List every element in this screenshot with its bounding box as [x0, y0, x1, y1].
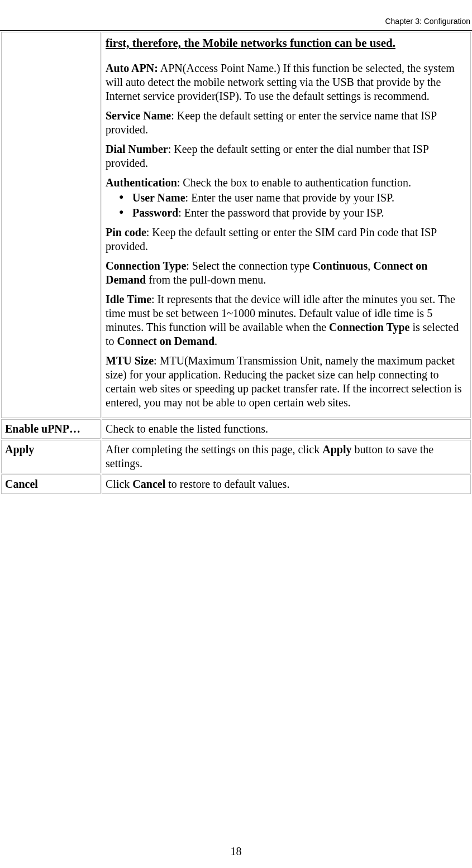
authentication-para: Authentication: Check the box to enable … [106, 176, 467, 190]
apply-desc: After completing the settings on this pa… [102, 440, 471, 473]
cancel-label: Cancel [1, 474, 101, 494]
page: Chapter 3: Configuration first, therefor… [0, 0, 472, 868]
idle-time-label: Idle Time [106, 293, 151, 305]
dial-number-para: Dial Number: Keep the default setting or… [106, 142, 467, 170]
idle-time-label2: Connection Type [329, 321, 409, 333]
config-table: first, therefore, the Mobile networks fu… [0, 31, 472, 495]
mtu-size-label: MTU Size [106, 354, 154, 367]
pin-code-text: : Keep the default setting or enter the … [106, 226, 436, 252]
user-name-label: User Name [132, 191, 185, 204]
mtu-size-text: : MTU(Maximum Transmission Unit, namely … [106, 354, 462, 409]
connection-type-sep: , [368, 260, 373, 272]
mtu-size-para: MTU Size: MTU(Maximum Transmission Unit,… [106, 354, 467, 410]
apply-label: Apply [1, 440, 101, 473]
pin-code-label: Pin code [106, 226, 146, 238]
connection-type-opt1: Continuous [312, 260, 368, 272]
pin-code-para: Pin code: Keep the default setting or en… [106, 226, 467, 253]
row1-desc-cell: first, therefore, the Mobile networks fu… [102, 32, 471, 418]
table-row: Cancel Click Cancel to restore to defaul… [1, 474, 471, 494]
connection-type-post: from the pull-down menu. [146, 274, 266, 286]
cancel-post: to restore to default values. [165, 478, 289, 490]
apply-bold: Apply [322, 443, 351, 455]
enable-upnp-label: Enable uPNP… [1, 419, 101, 439]
table-row: Apply After completing the settings on t… [1, 440, 471, 473]
authentication-text: : Check the box to enable to authenticat… [177, 176, 411, 189]
auth-bullets: User Name: Enter the user name that prov… [106, 191, 467, 220]
authentication-label: Authentication [106, 176, 177, 189]
idle-time-text3: . [214, 335, 217, 347]
table-row: first, therefore, the Mobile networks fu… [1, 32, 471, 418]
page-number: 18 [0, 845, 472, 858]
list-item: User Name: Enter the user name that prov… [119, 191, 467, 205]
cancel-bold: Cancel [132, 478, 165, 490]
auto-apn-text: APN(Access Point Name.) If this function… [106, 62, 455, 102]
dial-number-label: Dial Number [106, 143, 168, 155]
enable-upnp-desc: Check to enable the listed functions. [102, 419, 471, 439]
idle-time-para: Idle Time: It represents that the device… [106, 292, 467, 348]
table-row: Enable uPNP… Check to enable the listed … [1, 419, 471, 439]
cancel-desc: Click Cancel to restore to default value… [102, 474, 471, 494]
chapter-header: Chapter 3: Configuration [0, 17, 472, 26]
connection-type-para: Connection Type: Select the connection t… [106, 259, 467, 287]
auto-apn-para: Auto APN: APN(Access Point Name.) If thi… [106, 61, 467, 103]
service-name-para: Service Name: Keep the default setting o… [106, 109, 467, 137]
connection-type-pre: : Select the connection type [186, 260, 312, 272]
idle-time-label3: Connect on Demand [117, 335, 214, 347]
cancel-pre: Click [106, 478, 132, 490]
user-name-text: : Enter the user name that provide by yo… [185, 191, 394, 204]
row1-label-cell [1, 32, 101, 418]
row1-topline: first, therefore, the Mobile networks fu… [106, 36, 467, 50]
password-text: : Enter the password that provide by you… [178, 207, 384, 219]
connection-type-label: Connection Type [106, 260, 186, 272]
apply-pre: After completing the settings on this pa… [106, 443, 322, 455]
service-name-label: Service Name [106, 109, 171, 122]
auto-apn-label: Auto APN: [106, 62, 158, 74]
password-label: Password [132, 207, 178, 219]
list-item: Password: Enter the password that provid… [119, 206, 467, 220]
